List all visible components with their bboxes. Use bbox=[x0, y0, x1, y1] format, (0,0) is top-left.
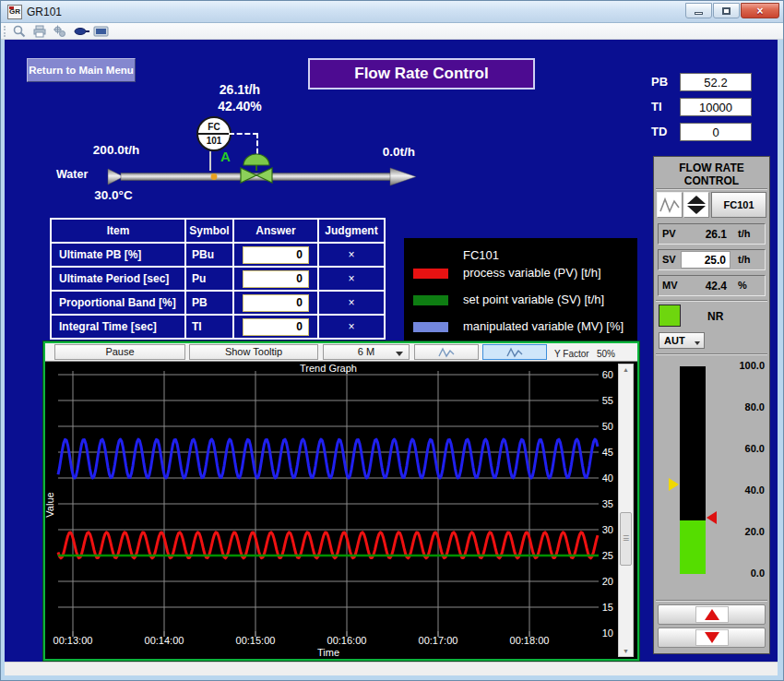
scroll-down-icon[interactable]: ▼ bbox=[621, 648, 631, 654]
inlet-flow-label: 200.0t/h bbox=[77, 143, 156, 157]
row-symbol: PB bbox=[185, 291, 233, 315]
chevron-down-icon bbox=[396, 352, 403, 356]
close-button[interactable]: × bbox=[741, 3, 779, 18]
svg-text:40: 40 bbox=[602, 472, 613, 484]
answer-input-ti[interactable] bbox=[243, 318, 309, 336]
answer-input-pbu[interactable] bbox=[243, 246, 309, 264]
main-screen: Return to Main Menu Flow Rate Control PB… bbox=[5, 40, 778, 662]
trend-graph-panel: Pause Show Tooltip 6 M Y Factor 50% bbox=[43, 341, 639, 661]
range-dropdown[interactable]: 6 M bbox=[323, 344, 410, 360]
tap-point-dot bbox=[211, 173, 218, 180]
output-gauge: 100.0 80.0 60.0 40.0 20.0 0.0 bbox=[654, 356, 769, 598]
table-row: Ultimate Period [sec] Pu × bbox=[51, 267, 385, 291]
answer-input-pb[interactable] bbox=[243, 294, 309, 312]
mv-unit: % bbox=[738, 280, 747, 291]
wave-icon bbox=[658, 193, 682, 217]
ti-input[interactable] bbox=[680, 98, 752, 116]
titlebar[interactable]: GR GR101 × bbox=[1, 1, 784, 23]
pb-input[interactable] bbox=[680, 73, 752, 91]
scale-60: 60.0 bbox=[720, 443, 765, 454]
window-title: GR101 bbox=[27, 6, 62, 18]
scroll-up-icon[interactable]: ▲ bbox=[621, 366, 631, 373]
controller-pv-readout: 26.1t/h bbox=[185, 82, 294, 97]
chevron-down-icon bbox=[695, 341, 700, 345]
svg-text:00:15:00: 00:15:00 bbox=[236, 635, 276, 646]
svg-text:60: 60 bbox=[602, 369, 613, 380]
trend-chart: 605550454035302520151000:13:0000:14:0000… bbox=[45, 362, 637, 659]
legend-label-sv: set point variable (SV) [t/h] bbox=[463, 293, 604, 306]
maximize-button[interactable] bbox=[713, 3, 740, 18]
scale-80: 80.0 bbox=[720, 401, 765, 412]
pb-label: PB bbox=[651, 75, 679, 89]
gauge-fill bbox=[680, 520, 706, 575]
medium-label: Water bbox=[56, 168, 88, 181]
svg-text:00:14:00: 00:14:00 bbox=[145, 635, 184, 646]
faceplate-title: FLOW RATE CONTROL bbox=[654, 157, 769, 187]
legend-label-pv: process variable (PV) [t/h] bbox=[463, 266, 601, 280]
curve-mode-button[interactable] bbox=[414, 344, 479, 360]
y-factor-text: Y Factor bbox=[554, 349, 589, 359]
table-header-row: Item Symbol Answer Judgment bbox=[51, 219, 385, 243]
options-icon[interactable] bbox=[53, 24, 67, 39]
mode-dropdown[interactable]: AUT bbox=[659, 332, 705, 349]
trend-toolbar: Pause Show Tooltip 6 M Y Factor 50% bbox=[45, 343, 637, 362]
legend-label-mv: manipulated variable (MV) [%] bbox=[463, 319, 624, 333]
ti-label: TI bbox=[651, 100, 679, 114]
td-input[interactable] bbox=[680, 123, 752, 141]
instrument-number: 101 bbox=[198, 133, 230, 147]
answer-input-pu[interactable] bbox=[243, 270, 309, 288]
pv-pointer-icon bbox=[707, 511, 717, 524]
setpoint-stepper-button[interactable] bbox=[683, 192, 709, 218]
trend-plot: 605550454035302520151000:13:0000:14:0000… bbox=[45, 362, 637, 659]
row-symbol: TI bbox=[185, 315, 233, 339]
decrease-button[interactable] bbox=[658, 627, 766, 648]
connect-icon[interactable] bbox=[73, 24, 88, 39]
col-header-judgment: Judgment bbox=[318, 219, 385, 243]
curve-mode-button-active[interactable] bbox=[482, 344, 547, 360]
diamond-icon bbox=[684, 193, 708, 217]
app-toolbar bbox=[1, 23, 784, 40]
scrollbar-thumb[interactable]: ☰ bbox=[620, 512, 632, 566]
sv-color-swatch bbox=[413, 295, 448, 305]
col-header-item: Item bbox=[51, 219, 185, 243]
wave-icon bbox=[505, 346, 524, 359]
sv-input[interactable] bbox=[681, 251, 731, 269]
signal-line-horizontal bbox=[229, 133, 258, 135]
display-icon[interactable] bbox=[93, 24, 108, 39]
show-tooltip-button[interactable]: Show Tooltip bbox=[189, 344, 318, 360]
scale-40: 40.0 bbox=[720, 484, 765, 496]
row-item: Proportional Band [%] bbox=[51, 291, 185, 315]
scale-20: 20.0 bbox=[720, 526, 765, 537]
print-icon[interactable] bbox=[32, 24, 47, 39]
status-text: NR bbox=[707, 310, 723, 323]
chart-vertical-scrollbar[interactable]: ▲ ☰ ▼ bbox=[618, 364, 634, 657]
mv-label: MV bbox=[662, 280, 678, 291]
return-to-main-menu-button[interactable]: Return to Main Menu bbox=[27, 58, 136, 82]
application-window: GR GR101 × Return to Main Menu Flow Rate… bbox=[0, 0, 784, 681]
svg-text:Value: Value bbox=[45, 492, 55, 517]
trend-view-button[interactable] bbox=[657, 192, 683, 218]
app-icon: GR bbox=[7, 5, 22, 19]
close-icon: × bbox=[756, 5, 763, 18]
status-lamp bbox=[659, 305, 681, 327]
tag-button[interactable]: FC101 bbox=[711, 192, 766, 218]
minimize-button[interactable] bbox=[685, 3, 712, 18]
pause-button[interactable]: Pause bbox=[54, 344, 185, 360]
sv-unit: t/h bbox=[738, 254, 750, 265]
zoom-icon[interactable] bbox=[12, 24, 27, 39]
y-factor-label: Y Factor 50% bbox=[554, 349, 615, 359]
range-value: 6 M bbox=[358, 346, 374, 357]
controller-faceplate: FLOW RATE CONTROL FC101 PV 26.1 t/h SV bbox=[653, 156, 770, 654]
legend-title: FC101 bbox=[463, 248, 499, 262]
arrow-down-icon bbox=[705, 632, 719, 643]
svg-text:00:17:00: 00:17:00 bbox=[419, 635, 458, 646]
table-row: Integral Time [sec] TI × bbox=[51, 315, 385, 339]
outlet-flow-label: 0.0t/h bbox=[363, 145, 415, 159]
toolbar-grip bbox=[4, 26, 6, 37]
fc101-instrument-symbol[interactable]: FC 101 bbox=[196, 116, 232, 151]
mv-pointer-icon[interactable] bbox=[669, 478, 679, 491]
svg-text:50: 50 bbox=[602, 421, 613, 432]
increase-button[interactable] bbox=[658, 604, 766, 625]
svg-text:Trend Graph: Trend Graph bbox=[300, 363, 357, 374]
chart-legend: FC101 process variable (PV) [t/h] set po… bbox=[404, 238, 637, 341]
